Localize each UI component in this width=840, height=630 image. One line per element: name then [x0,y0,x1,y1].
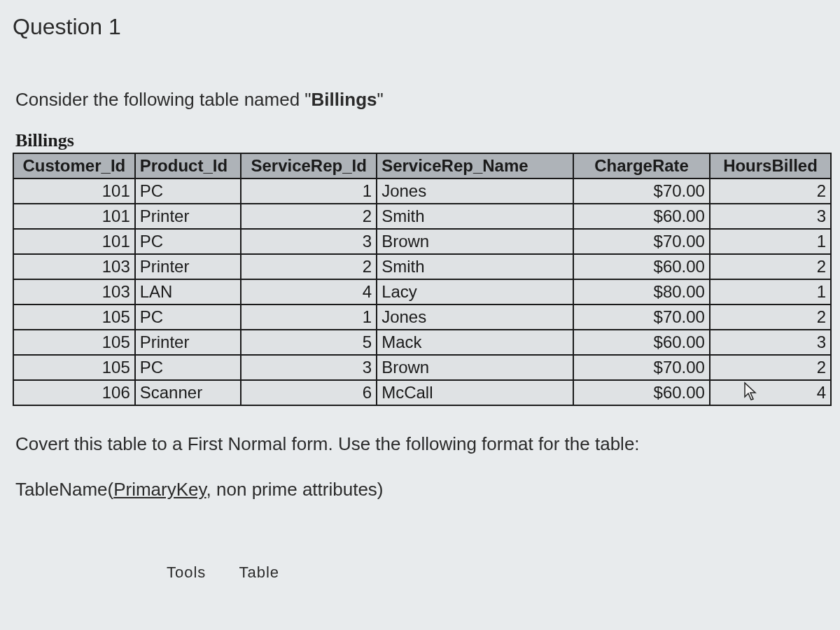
cell-customer-id: 105 [13,304,135,330]
cell-servicerep-name: Jones [377,178,573,204]
cell-servicerep-id: 1 [241,178,377,204]
cell-customer-id: 105 [13,330,135,355]
cell-product-id: Printer [135,254,241,279]
cell-hoursbilled: 4 [710,380,831,405]
cell-hoursbilled: 2 [710,304,831,330]
cell-customer-id: 101 [13,204,135,229]
cell-servicerep-name: Jones [377,304,573,330]
cell-chargerate: $70.00 [573,355,710,380]
cell-servicerep-name: Mack [377,330,573,355]
cell-hoursbilled: 3 [710,330,831,355]
format-primarykey: PrimaryKey [113,479,206,500]
cell-customer-id: 101 [13,229,135,254]
table-row: 105Printer5Mack$60.003 [13,330,831,355]
col-servicerep-name: ServiceRep_Name [377,153,573,178]
cell-servicerep-id: 2 [241,254,377,279]
cell-servicerep-name: Brown [377,355,573,380]
intro-text: Consider the following table named "Bill… [13,89,827,111]
cell-customer-id: 103 [13,279,135,304]
cell-chargerate: $70.00 [573,229,710,254]
editor-menu-partial: Tools Table [13,564,827,582]
cell-product-id: PC [135,178,241,204]
cell-hoursbilled: 1 [710,229,831,254]
cell-servicerep-id: 2 [241,204,377,229]
table-row: 101PC3Brown$70.001 [13,229,831,254]
cell-product-id: Printer [135,330,241,355]
question-title: Question 1 [13,14,827,40]
cell-servicerep-id: 4 [241,279,377,304]
cell-chargerate: $70.00 [573,304,710,330]
table-row: 105PC3Brown$70.002 [13,355,831,380]
col-hoursbilled: HoursBilled [710,153,831,178]
cell-product-id: PC [135,229,241,254]
format-template: TableName(PrimaryKey, non prime attribut… [13,479,827,500]
cell-servicerep-id: 3 [241,229,377,254]
table-row: 103LAN4Lacy$80.001 [13,279,831,304]
format-suffix: , non prime attributes) [206,479,384,500]
cell-hoursbilled: 2 [710,178,831,204]
intro-suffix: " [377,89,384,110]
cell-servicerep-name: Brown [377,229,573,254]
intro-bold: Billings [312,89,377,110]
table-row: 105PC1Jones$70.002 [13,304,831,330]
col-chargerate: ChargeRate [573,153,710,178]
cell-hoursbilled: 2 [710,254,831,279]
cell-chargerate: $60.00 [573,380,710,405]
cell-servicerep-name: Smith [377,254,573,279]
table-header-row: Customer_Id Product_Id ServiceRep_Id Ser… [13,153,831,178]
table-row: 103Printer2Smith$60.002 [13,254,831,279]
cell-servicerep-name: McCall [377,380,573,405]
cell-servicerep-name: Smith [377,204,573,229]
table-row: 101PC1Jones$70.002 [13,178,831,204]
cell-servicerep-id: 1 [241,304,377,330]
cell-hoursbilled: 2 [710,355,831,380]
table-title: Billings [13,130,827,151]
cell-servicerep-id: 6 [241,380,377,405]
cell-product-id: PC [135,355,241,380]
table-row: 101Printer2Smith$60.003 [13,204,831,229]
cell-hoursbilled: 1 [710,279,831,304]
format-prefix: TableName( [15,479,113,500]
cell-customer-id: 103 [13,254,135,279]
cell-customer-id: 105 [13,355,135,380]
cell-servicerep-id: 5 [241,330,377,355]
cell-hoursbilled: 3 [710,204,831,229]
menu-table[interactable]: Table [239,564,279,581]
cell-chargerate: $60.00 [573,254,710,279]
cell-chargerate: $60.00 [573,204,710,229]
cell-chargerate: $70.00 [573,178,710,204]
menu-tools[interactable]: Tools [167,564,206,581]
cell-product-id: Printer [135,204,241,229]
cell-product-id: PC [135,304,241,330]
cell-product-id: Scanner [135,380,241,405]
task-instruction: Covert this table to a First Normal form… [13,431,827,456]
col-servicerep-id: ServiceRep_Id [241,153,377,178]
cell-customer-id: 106 [13,380,135,405]
intro-prefix: Consider the following table named " [15,89,312,110]
col-product-id: Product_Id [135,153,241,178]
col-customer-id: Customer_Id [13,153,135,178]
billings-table: Customer_Id Product_Id ServiceRep_Id Ser… [13,153,832,406]
cell-customer-id: 101 [13,178,135,204]
cell-servicerep-id: 3 [241,355,377,380]
cell-chargerate: $60.00 [573,330,710,355]
cell-servicerep-name: Lacy [377,279,573,304]
cell-product-id: LAN [135,279,241,304]
table-row: 106Scanner6McCall$60.004 [13,380,831,405]
cell-chargerate: $80.00 [573,279,710,304]
